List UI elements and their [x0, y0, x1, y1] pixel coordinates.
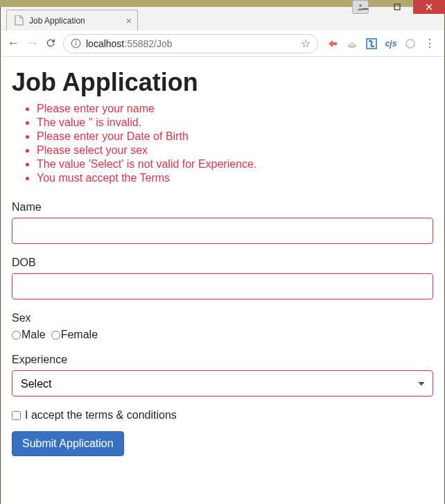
ext-icon-3[interactable]: [365, 37, 378, 50]
bookmark-star-icon[interactable]: ☆: [301, 37, 311, 50]
sex-label: Sex: [12, 312, 433, 324]
terms-label: I accept the terms & conditions: [25, 409, 177, 422]
dob-label: DOB: [12, 257, 433, 269]
svg-point-11: [406, 40, 415, 48]
window-maximize-button[interactable]: [381, 0, 413, 14]
name-label: Name: [12, 201, 433, 214]
validation-error: You must accept the Terms: [37, 172, 433, 184]
svg-rect-2: [394, 4, 400, 10]
dob-input[interactable]: [12, 273, 433, 299]
terms-checkbox[interactable]: [12, 411, 21, 420]
url-path: /Job: [154, 38, 172, 49]
browser-menu-icon[interactable]: ⋮: [424, 37, 436, 50]
window-close-button[interactable]: [413, 0, 445, 14]
validation-error: Please enter your Date of Birth: [37, 130, 433, 143]
experience-select[interactable]: Select: [12, 370, 433, 397]
validation-error: Please enter your name: [37, 103, 433, 115]
tab-title: Job Application: [29, 16, 85, 26]
url-port: :55882: [124, 38, 154, 49]
validation-error: Please select your sex: [37, 144, 433, 157]
submit-button[interactable]: Submit Application: [12, 431, 124, 456]
sex-male-label: Male: [21, 329, 46, 341]
sex-female-radio[interactable]: [51, 331, 60, 340]
sex-male-radio[interactable]: [12, 331, 21, 340]
tab-close-icon[interactable]: ×: [126, 15, 132, 26]
validation-summary: Please enter your name The value '' is i…: [12, 103, 433, 184]
url-host: localhost: [86, 38, 124, 49]
experience-label: Experience: [12, 354, 433, 366]
svg-point-9: [349, 42, 356, 46]
sex-female-label: Female: [61, 329, 98, 341]
validation-error: The value 'Select' is not valid for Expe…: [37, 158, 433, 171]
svg-point-6: [76, 40, 77, 42]
window-titlebar: [0, 0, 445, 7]
forward-button[interactable]: →: [26, 36, 40, 51]
extension-icons: cjs ⋮: [324, 37, 439, 50]
ext-icon-1[interactable]: [326, 37, 339, 50]
back-button[interactable]: ←: [6, 36, 20, 51]
name-input[interactable]: [12, 218, 433, 244]
site-info-icon[interactable]: [71, 38, 82, 49]
page-content: Job Application Please enter your name T…: [1, 57, 444, 504]
ext-icon-cjs[interactable]: cjs: [385, 37, 397, 50]
page-icon: [14, 16, 24, 26]
ext-icon-5[interactable]: [404, 37, 417, 50]
address-bar[interactable]: localhost:55882/Job ☆: [63, 34, 318, 53]
page-title: Job Application: [12, 68, 433, 97]
ext-icon-2[interactable]: [346, 37, 358, 50]
validation-error: The value '' is invalid.: [37, 116, 433, 129]
browser-toolbar: ← → localhost:55882/Job ☆ cjs ⋮: [1, 31, 444, 57]
window-minimize-button[interactable]: [349, 0, 381, 14]
svg-rect-7: [76, 42, 76, 45]
reload-button[interactable]: [45, 37, 58, 50]
browser-tab[interactable]: Job Application ×: [6, 10, 138, 31]
